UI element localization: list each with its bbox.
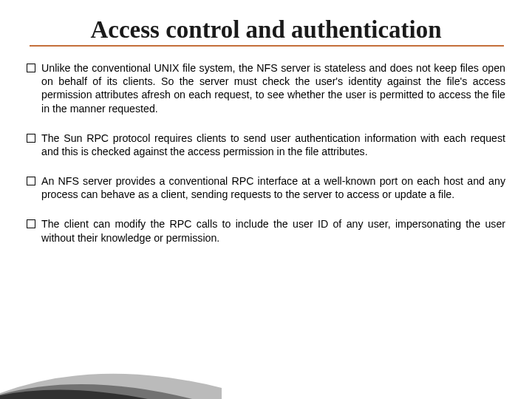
list-item: An NFS server provides a conventional RP… bbox=[27, 174, 505, 201]
list-item: Unlike the conventional UNIX file system… bbox=[27, 61, 505, 115]
decorative-swoosh-icon bbox=[0, 347, 222, 399]
slide-title: Access control and authentication bbox=[0, 0, 532, 48]
bullet-text: The Sun RPC protocol requires clients to… bbox=[41, 132, 505, 158]
bullet-text: The client can modify the RPC calls to i… bbox=[41, 217, 505, 244]
square-bullet-icon bbox=[27, 134, 35, 143]
bullet-text: Unlike the conventional UNIX file system… bbox=[41, 61, 505, 115]
list-item: The client can modify the RPC calls to i… bbox=[27, 217, 505, 244]
bullet-text: An NFS server provides a conventional RP… bbox=[41, 174, 505, 201]
list-item: The Sun RPC protocol requires clients to… bbox=[27, 132, 505, 158]
slide-content: Unlike the conventional UNIX file system… bbox=[0, 48, 532, 245]
square-bullet-icon bbox=[27, 219, 35, 228]
square-bullet-icon bbox=[27, 177, 35, 185]
square-bullet-icon bbox=[27, 64, 35, 72]
